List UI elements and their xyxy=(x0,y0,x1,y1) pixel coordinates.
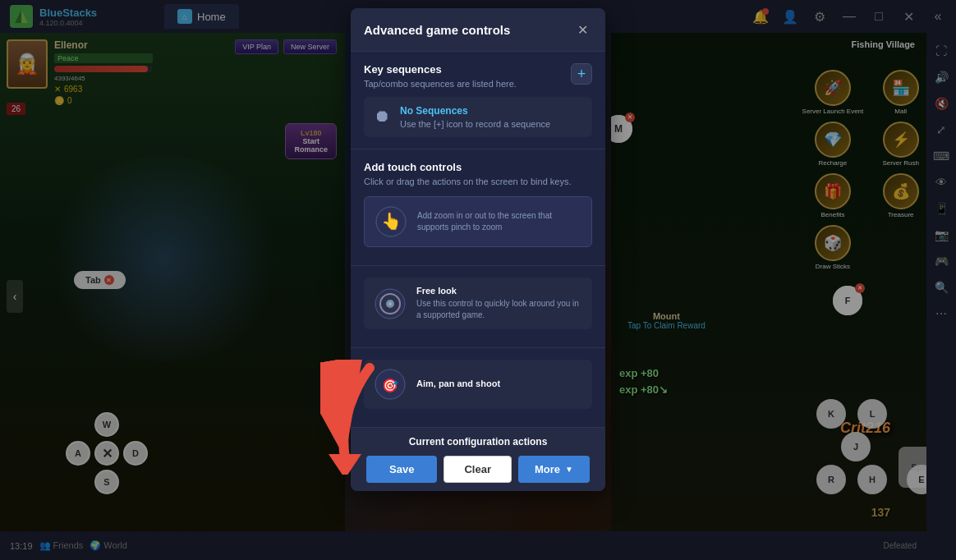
dialog-header: Advanced game controls ✕ xyxy=(351,8,605,52)
no-sequences-content: No Sequences Use the [+] icon to record … xyxy=(400,105,550,129)
clear-button[interactable]: Clear xyxy=(444,456,512,483)
free-look-text: Free look Use this control to quickly lo… xyxy=(416,286,582,321)
add-sequence-btn[interactable]: + xyxy=(571,63,592,85)
more-arrow-icon: ▼ xyxy=(565,465,573,474)
more-button[interactable]: More ▼ xyxy=(518,456,590,483)
touch-controls-desc: Click or drag the actions on the screen … xyxy=(364,177,592,186)
svg-point-8 xyxy=(388,302,392,305)
key-sequences-title: Key sequences xyxy=(364,63,517,76)
aim-item[interactable]: 🎯 Aim, pan and shoot xyxy=(364,360,592,409)
free-look-desc: Use this control to quickly look around … xyxy=(416,298,582,321)
dialog-body: Key sequences Tap/combo sequences are li… xyxy=(351,52,605,427)
advanced-controls-dialog: Advanced game controls ✕ Key sequences T… xyxy=(351,8,605,491)
key-sequences-text: Key sequences Tap/combo sequences are li… xyxy=(364,63,517,97)
dialog-close-btn[interactable]: ✕ xyxy=(572,20,592,39)
touch-controls-section: Add touch controls Click or drag the act… xyxy=(351,149,605,266)
dialog-title: Advanced game controls xyxy=(364,23,510,37)
zoom-icon: 👆 xyxy=(375,205,407,238)
key-sequences-desc: Tap/combo sequences are listed here. xyxy=(364,79,517,89)
footer-title: Current configuration actions xyxy=(364,436,592,448)
svg-text:🎯: 🎯 xyxy=(382,378,398,393)
sequence-icon: ⏺ xyxy=(374,107,390,126)
free-look-item[interactable]: Free look Use this control to quickly lo… xyxy=(364,278,592,329)
zoom-control-item[interactable]: 👆 Add zoom in or out to the screen that … xyxy=(364,196,592,247)
free-look-section: Free look Use this control to quickly lo… xyxy=(351,266,605,348)
no-sequences-card: ⏺ No Sequences Use the [+] icon to recor… xyxy=(364,97,592,137)
aim-text: Aim, pan and shoot xyxy=(416,379,582,391)
footer-buttons: Save Clear More ▼ xyxy=(364,456,592,483)
no-sequences-title: No Sequences xyxy=(400,105,550,117)
aim-title: Aim, pan and shoot xyxy=(416,379,582,388)
key-sequences-header: Key sequences Tap/combo sequences are li… xyxy=(364,63,592,97)
save-button[interactable]: Save xyxy=(366,456,437,483)
more-label: More xyxy=(535,463,560,475)
free-look-title: Free look xyxy=(416,286,582,296)
dialog-footer: Current configuration actions Save Clear… xyxy=(351,427,605,491)
svg-text:👆: 👆 xyxy=(381,211,402,231)
zoom-control-text: Add zoom in or out to the screen that su… xyxy=(417,210,581,233)
aim-section: 🎯 Aim, pan and shoot xyxy=(351,348,605,427)
key-sequences-section: Key sequences Tap/combo sequences are li… xyxy=(351,52,605,149)
touch-controls-title: Add touch controls xyxy=(364,161,592,173)
aim-icon: 🎯 xyxy=(374,368,407,401)
no-sequences-desc: Use the [+] icon to record a sequence xyxy=(400,119,550,129)
zoom-desc: Add zoom in or out to the screen that su… xyxy=(417,210,581,233)
free-look-icon xyxy=(374,287,407,320)
